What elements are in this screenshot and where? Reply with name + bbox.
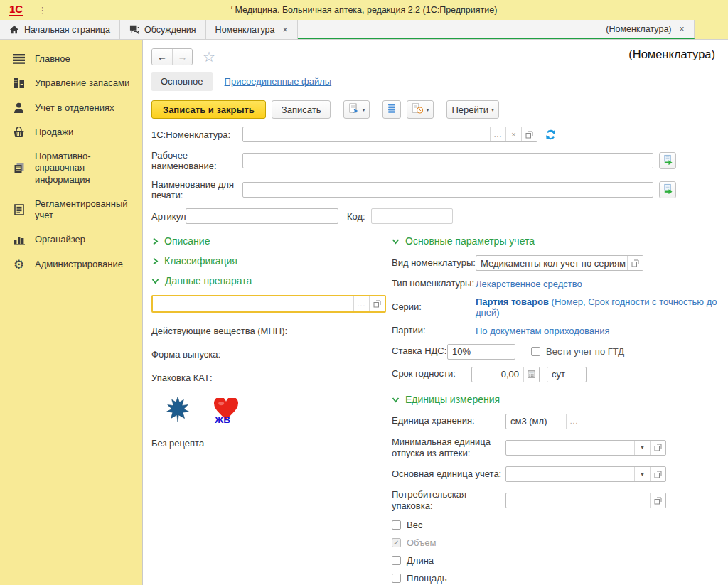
sidebar-item-label: Нормативно-справочная информация	[35, 151, 136, 186]
clear-button[interactable]: ×	[505, 127, 521, 141]
save-and-close-button[interactable]: Записать и закрыть	[151, 100, 266, 119]
open-icon[interactable]	[627, 256, 643, 270]
open-icon[interactable]	[521, 127, 537, 141]
section-main-params[interactable]: Основные параметры учета	[392, 235, 718, 247]
open-icon[interactable]	[369, 296, 385, 311]
goto-dropdown-button[interactable]: Перейти ▾	[446, 100, 499, 119]
chevron-right-icon	[151, 257, 159, 265]
weight-checkbox[interactable]	[392, 520, 401, 530]
dropdown-caret-icon[interactable]: ▾	[634, 441, 650, 455]
open-icon[interactable]	[650, 467, 665, 481]
tab-discussions[interactable]: Обсуждения	[120, 20, 206, 39]
favorite-star-icon[interactable]: ☆	[203, 48, 215, 65]
storage-unit-input[interactable]: см3 (мл)	[506, 414, 566, 429]
sidebar-item-inventory-management[interactable]: Управление запасами	[0, 71, 142, 95]
sidebar-item-sales[interactable]: Продажи	[0, 120, 142, 144]
1c-logo: 1С	[9, 4, 23, 16]
subtab-main[interactable]: Основное	[151, 72, 213, 91]
open-icon[interactable]	[650, 441, 665, 455]
field-label: Тип номенклатуры:	[392, 278, 476, 289]
chevron-down-icon	[151, 277, 159, 284]
sidebar-item-organizer[interactable]: Органайзер	[0, 227, 142, 252]
choose-button[interactable]: ...	[490, 127, 505, 141]
row-base-unit: Основная единица учета: ▾	[392, 466, 718, 482]
prescription-label: Без рецепта	[151, 438, 392, 449]
maple-leaf-icon	[164, 396, 191, 425]
form-title: (Номенклатура)	[628, 48, 715, 61]
area-checkbox[interactable]	[392, 574, 401, 583]
document-history-dropdown-button[interactable]: ▾	[407, 100, 434, 119]
fill-print-name-button[interactable]	[659, 181, 676, 198]
checkbox-label: Длина	[407, 555, 434, 566]
print-name-input[interactable]	[243, 183, 653, 197]
drug-search-input[interactable]	[153, 296, 353, 311]
base-unit-input[interactable]	[506, 467, 634, 481]
section-units[interactable]: Единицы измерения	[392, 394, 718, 405]
basket-icon	[12, 127, 26, 138]
package-kat-label: Упаковка КАТ:	[151, 372, 392, 383]
discussions-icon	[129, 25, 139, 34]
file-export-dropdown-button[interactable]: ▾	[343, 100, 370, 119]
code-input	[372, 209, 452, 223]
home-icon	[9, 25, 19, 34]
checkbox-row-area: Площадь	[392, 573, 718, 584]
sidebar-item-label: Продажи	[35, 127, 73, 138]
forward-button[interactable]: →	[172, 49, 192, 65]
gtd-checkbox[interactable]	[531, 347, 540, 356]
left-column: Описание Классификация Данные препарата …	[151, 235, 392, 585]
regulated-doc-icon	[12, 204, 26, 215]
sidebar-item-label: Управление запасами	[35, 77, 129, 89]
choose-button[interactable]: ...	[566, 414, 582, 429]
shelf-life-input[interactable]: 0,00	[472, 367, 523, 382]
min-dispense-input[interactable]	[506, 441, 634, 455]
nomenclature-type-link[interactable]: Лекарственное средство	[476, 279, 582, 289]
batches-policy-link[interactable]: По документам оприходования	[476, 326, 609, 336]
subtab-attached-files[interactable]: Присоединенные файлы	[225, 76, 332, 87]
field-label: Артикул:	[151, 211, 186, 222]
save-button[interactable]: Записать	[272, 100, 331, 119]
section-classification[interactable]: Классификация	[151, 255, 392, 267]
section-drug-data[interactable]: Данные препарата	[151, 275, 392, 286]
fill-working-name-button[interactable]	[659, 152, 676, 169]
field-label: Наименование для печати:	[151, 179, 242, 200]
sidebar-item-reference-info[interactable]: Нормативно-справочная информация	[0, 144, 142, 192]
chevron-down-icon: ▾	[426, 107, 429, 113]
section-description[interactable]: Описание	[151, 235, 392, 247]
nomenclature-1c-input-group: ... ×	[242, 127, 537, 142]
vat-input[interactable]: 10%	[448, 345, 515, 359]
tab-window-nomenclature[interactable]: (Номенклатура) ×	[298, 20, 695, 39]
kind-input[interactable]: Медикаменты кол учет по сериям и партиям	[476, 256, 627, 270]
nomenclature-1c-input[interactable]	[243, 127, 490, 141]
consumer-package-input[interactable]	[506, 493, 650, 508]
row-batches: Партии: По документам оприходования	[392, 325, 718, 336]
working-name-input[interactable]	[243, 154, 653, 168]
kind-input-group: Медикаменты кол учет по сериям и партиям	[476, 255, 643, 271]
sidebar-item-department-accounting[interactable]: Учет в отделениях	[0, 96, 142, 120]
chevron-down-icon	[392, 396, 400, 403]
series-policy-link[interactable]: Партия товаров	[476, 296, 549, 307]
article-input[interactable]	[186, 209, 338, 223]
stack-icon	[387, 103, 396, 116]
vital-drug-badge: ЖВ	[213, 398, 241, 425]
kebab-menu-icon[interactable]: ⋮	[38, 5, 48, 16]
sidebar-item-administration[interactable]: ⚙ Администрирование	[0, 252, 142, 277]
sidebar-item-regulated-accounting[interactable]: Регламентированный учет	[0, 192, 142, 228]
working-name-input-group	[242, 153, 653, 168]
refresh-icon[interactable]	[545, 129, 557, 141]
shelf-life-unit-input[interactable]: сут	[547, 367, 586, 382]
open-icon[interactable]	[650, 493, 665, 508]
close-icon[interactable]: ×	[283, 25, 288, 35]
length-checkbox[interactable]	[392, 556, 401, 565]
sidebar-item-label: Учет в отделениях	[35, 102, 114, 114]
sidebar-item-main[interactable]: Главное	[0, 47, 142, 71]
calculator-icon[interactable]	[523, 367, 539, 382]
data-stack-button[interactable]	[382, 100, 401, 119]
back-button[interactable]: ←	[152, 49, 172, 65]
tab-home[interactable]: Начальная страница	[0, 20, 120, 39]
goto-label: Перейти	[451, 104, 488, 115]
choose-button[interactable]: ...	[353, 296, 369, 311]
dropdown-caret-icon[interactable]: ▾	[634, 467, 650, 481]
checkbox-label: Вес	[407, 520, 422, 530]
tab-nomenclature[interactable]: Номенклатура ×	[206, 20, 298, 39]
close-icon[interactable]: ×	[680, 24, 685, 34]
